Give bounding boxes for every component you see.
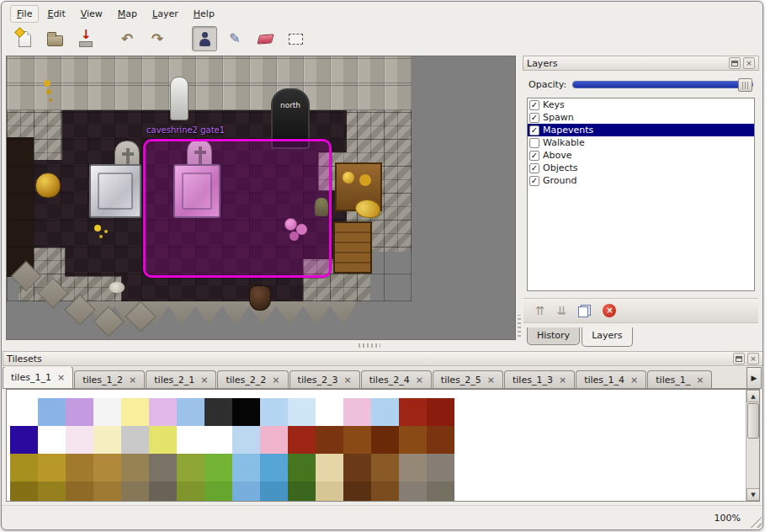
palette-tile[interactable]: [38, 454, 66, 481]
palette-tile[interactable]: [371, 454, 399, 481]
scroll-up-button[interactable]: ▲: [746, 390, 760, 402]
close-button[interactable]: ×: [743, 57, 755, 69]
tab-close-icon[interactable]: ×: [416, 375, 423, 385]
tab-close-icon[interactable]: ×: [129, 375, 136, 385]
palette-tile[interactable]: [371, 398, 399, 426]
palette-tile[interactable]: [149, 426, 177, 454]
mapevent-tool-button[interactable]: [192, 26, 217, 51]
palette-tile[interactable]: [427, 481, 454, 502]
palette-tile[interactable]: [316, 398, 343, 426]
palette-tile[interactable]: [288, 398, 316, 426]
palette-tile[interactable]: [427, 398, 454, 426]
palette-tile[interactable]: [10, 426, 38, 454]
tileset-tab-tiles_2_4[interactable]: tiles_2_4×: [361, 370, 432, 388]
new-button[interactable]: [12, 26, 37, 51]
opacity-slider-handle[interactable]: [738, 78, 752, 92]
palette-tile[interactable]: [232, 398, 260, 426]
palette-tile[interactable]: [343, 481, 371, 502]
resize-grip[interactable]: [750, 516, 762, 528]
close-button[interactable]: ×: [747, 353, 759, 364]
palette-tile[interactable]: [260, 454, 288, 481]
palette-tile[interactable]: [260, 426, 288, 454]
tileset-tab-tiles_2_1[interactable]: tiles_2_1×: [146, 370, 216, 388]
vertical-splitter[interactable]: [516, 56, 523, 340]
opacity-slider[interactable]: [572, 81, 753, 88]
palette-tile[interactable]: [343, 454, 371, 481]
palette-tile[interactable]: [93, 454, 121, 481]
layer-row-above[interactable]: ✓Above: [528, 149, 754, 162]
palette-tile[interactable]: [10, 398, 38, 426]
palette-tile[interactable]: [177, 454, 205, 481]
duplicate-layer-button[interactable]: [578, 305, 591, 317]
palette-tile[interactable]: [427, 454, 454, 481]
tileset-tab-tiles_1_3[interactable]: tiles_1_3×: [504, 370, 575, 388]
palette-tile[interactable]: [121, 426, 149, 454]
palette-tile[interactable]: [121, 454, 149, 481]
tileset-tab-tiles_1_4[interactable]: tiles_1_4×: [576, 370, 646, 388]
tileset-tab-tiles_1_1[interactable]: tiles_1_1×: [3, 367, 73, 388]
tab-close-icon[interactable]: ×: [272, 375, 279, 385]
palette-tile[interactable]: [38, 398, 66, 426]
layer-visibility-checkbox[interactable]: ✓: [529, 100, 539, 110]
layer-row-spawn[interactable]: ✓Spawn: [528, 111, 754, 124]
palette-tile[interactable]: [316, 426, 343, 454]
layer-visibility-checkbox[interactable]: ✓: [529, 151, 539, 161]
palette-tile[interactable]: [399, 398, 427, 426]
menu-map[interactable]: Map: [111, 5, 144, 23]
palette-tile[interactable]: [343, 426, 371, 454]
palette-tile[interactable]: [260, 398, 288, 426]
palette-tile[interactable]: [93, 398, 121, 426]
palette-tile[interactable]: [399, 454, 427, 481]
open-button[interactable]: [42, 26, 67, 51]
palette-tile[interactable]: [10, 481, 38, 502]
palette-tile[interactable]: [38, 481, 66, 502]
tileset-tab-tiles_1_2[interactable]: tiles_1_2×: [74, 370, 145, 388]
palette-tile[interactable]: [232, 454, 260, 481]
palette-tile[interactable]: [149, 454, 177, 481]
palette-tile[interactable]: [205, 398, 232, 426]
tab-scroll-right-button[interactable]: ▶: [746, 367, 762, 389]
palette-tile[interactable]: [232, 426, 260, 454]
palette-tile[interactable]: [121, 398, 149, 426]
palette-tile[interactable]: [288, 426, 316, 454]
palette-tile[interactable]: [66, 481, 93, 502]
palette-tile[interactable]: [177, 398, 205, 426]
palette-tile[interactable]: [121, 481, 149, 502]
tab-close-icon[interactable]: ×: [630, 375, 638, 385]
layer-visibility-checkbox[interactable]: ✓: [529, 163, 539, 173]
layer-row-mapevents[interactable]: ✓Mapevents: [528, 124, 754, 136]
layer-row-walkable[interactable]: Walkable: [528, 136, 754, 149]
layer-row-objects[interactable]: ✓Objects: [528, 162, 754, 174]
palette-tile[interactable]: [10, 454, 38, 481]
palette-tile[interactable]: [399, 426, 427, 454]
palette-tile[interactable]: [316, 454, 343, 481]
undo-button[interactable]: ↶: [114, 26, 140, 51]
float-button[interactable]: [733, 353, 745, 364]
tab-close-icon[interactable]: ×: [343, 375, 351, 385]
palette-tile[interactable]: [371, 481, 399, 502]
layer-row-keys[interactable]: ✓Keys: [528, 98, 754, 111]
palette-tile[interactable]: [232, 481, 260, 502]
map-canvas[interactable]: north caveshrine2 gate1: [6, 56, 516, 340]
palette-tile[interactable]: [66, 426, 93, 454]
palette-tile[interactable]: [205, 481, 232, 502]
palette-tile[interactable]: [399, 481, 427, 502]
tab-close-icon[interactable]: ×: [559, 375, 566, 385]
map-selection-rect[interactable]: [143, 139, 332, 278]
draw-tool-button[interactable]: ✎: [222, 26, 247, 51]
tileset-tab-tiles_1_[interactable]: tiles_1_×: [647, 370, 712, 388]
layer-visibility-checkbox[interactable]: ✓: [529, 125, 539, 136]
tileset-tab-tiles_2_3[interactable]: tiles_2_3×: [290, 370, 360, 388]
palette-tile[interactable]: [427, 426, 454, 454]
palette-tile[interactable]: [66, 454, 93, 481]
palette-tile[interactable]: [288, 481, 316, 502]
menu-edit[interactable]: Edit: [40, 5, 72, 23]
palette-tile[interactable]: [177, 426, 205, 454]
palette-tile[interactable]: [371, 426, 399, 454]
palette-tile[interactable]: [316, 481, 343, 502]
redo-button[interactable]: ↷: [145, 26, 170, 51]
palette-tile[interactable]: [149, 398, 177, 426]
palette-tile[interactable]: [205, 454, 232, 481]
tab-close-icon[interactable]: ×: [57, 373, 65, 382]
select-tool-button[interactable]: [283, 26, 308, 51]
